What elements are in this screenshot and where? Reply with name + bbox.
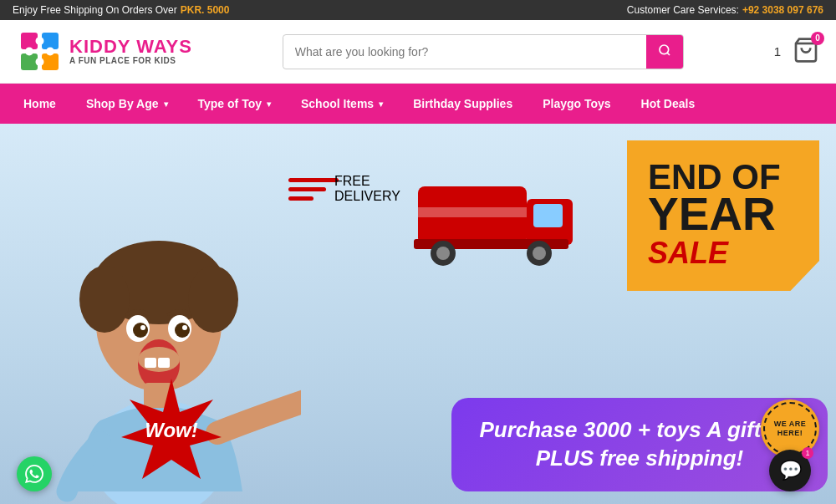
eoy-background: END OF YEAR SALE xyxy=(627,140,819,291)
svg-rect-3 xyxy=(42,53,59,70)
shipping-notice: Enjoy Free Shipping On Orders Over PKR. … xyxy=(13,4,229,16)
svg-rect-37 xyxy=(418,207,527,217)
chat-notification: 1 xyxy=(802,447,813,459)
navbar: Home Shop By Age ▾ Type of Toy ▾ School … xyxy=(0,84,836,124)
header: KIDDY WAYS A FUN PLACE FOR KIDS 1 0 xyxy=(0,20,836,84)
header-actions: 1 0 xyxy=(774,37,819,67)
svg-rect-0 xyxy=(21,33,38,49)
care-label: Customer Care Services: xyxy=(627,4,739,16)
svg-rect-31 xyxy=(533,204,563,227)
eoy-year-text: YEAR xyxy=(648,194,798,236)
cart-badge: 0 xyxy=(811,32,824,45)
nav-school-items[interactable]: School Items ▾ xyxy=(286,84,398,124)
logo-text: KIDDY WAYS A FUN PLACE FOR KIDS xyxy=(69,38,192,65)
chevron-down-icon: ▾ xyxy=(267,99,271,109)
shipping-amount: PKR. 5000 xyxy=(181,4,230,16)
nav-type-of-toy[interactable]: Type of Toy ▾ xyxy=(183,84,286,124)
svg-text:Wow!: Wow! xyxy=(145,419,198,441)
phone-number: +92 3038 097 676 xyxy=(742,4,823,16)
shipping-text: Enjoy Free Shipping On Orders Over xyxy=(13,4,177,16)
svg-rect-25 xyxy=(158,358,170,368)
whatsapp-icon xyxy=(25,465,43,483)
nav-playgo-toys[interactable]: Playgo Toys xyxy=(528,84,625,124)
whatsapp-button[interactable] xyxy=(17,456,52,491)
svg-point-21 xyxy=(182,325,187,330)
speed-lines xyxy=(288,178,339,201)
svg-rect-1 xyxy=(42,33,59,49)
nav-home[interactable]: Home xyxy=(8,84,71,124)
svg-rect-24 xyxy=(145,358,156,368)
logo[interactable]: KIDDY WAYS A FUN PLACE FOR KIDS xyxy=(17,28,192,74)
svg-point-7 xyxy=(46,48,54,56)
svg-rect-2 xyxy=(21,53,38,70)
logo-icon xyxy=(17,28,63,74)
chat-button[interactable]: 💬 1 xyxy=(769,450,811,491)
search-input[interactable] xyxy=(283,37,646,67)
search-bar[interactable] xyxy=(283,34,684,69)
svg-point-19 xyxy=(175,323,190,338)
svg-point-18 xyxy=(133,323,148,338)
search-icon xyxy=(658,43,671,57)
cart-count: 1 xyxy=(774,44,781,59)
hero-banner: Wow! FREE DELIVERY xyxy=(0,124,836,504)
purchase-text: Purchase 3000 + toys A gift toy PLUS fre… xyxy=(479,417,799,471)
svg-point-36 xyxy=(533,247,546,260)
svg-point-14 xyxy=(79,266,130,333)
chevron-down-icon: ▾ xyxy=(164,99,168,109)
end-of-year-sale: END OF YEAR SALE xyxy=(627,140,819,291)
svg-point-34 xyxy=(436,247,450,260)
svg-point-20 xyxy=(140,325,145,330)
svg-point-6 xyxy=(36,58,44,66)
customer-care: Customer Care Services: +92 3038 097 676 xyxy=(627,4,823,16)
nav-birthday-supplies[interactable]: Birthday Supplies xyxy=(398,84,528,124)
eoy-sale-text: SALE xyxy=(648,236,798,271)
svg-point-15 xyxy=(188,266,238,333)
cart-icon-wrap[interactable]: 0 xyxy=(793,37,819,67)
free-delivery-text: FREE DELIVERY xyxy=(334,174,400,204)
chevron-down-icon: ▾ xyxy=(379,99,383,109)
nav-hot-deals[interactable]: Hot Deals xyxy=(626,84,711,124)
free-delivery-section: FREE DELIVERY xyxy=(288,174,400,204)
svg-point-5 xyxy=(25,48,33,56)
svg-point-8 xyxy=(660,45,669,54)
we-are-text: We Are Here! xyxy=(761,420,819,438)
tagline: A FUN PLACE FOR KIDS xyxy=(69,56,192,65)
top-bar: Enjoy Free Shipping On Orders Over PKR. … xyxy=(0,0,836,20)
svg-point-4 xyxy=(36,37,44,45)
svg-line-9 xyxy=(667,53,670,55)
delivery-truck xyxy=(410,165,577,269)
wow-burst: Wow! xyxy=(117,374,226,483)
nav-shop-by-age[interactable]: Shop By Age ▾ xyxy=(71,84,183,124)
search-button[interactable] xyxy=(646,35,683,69)
brand-name: KIDDY WAYS xyxy=(69,38,192,56)
we-are-here-badge: We Are Here! 💬 1 xyxy=(761,400,819,491)
